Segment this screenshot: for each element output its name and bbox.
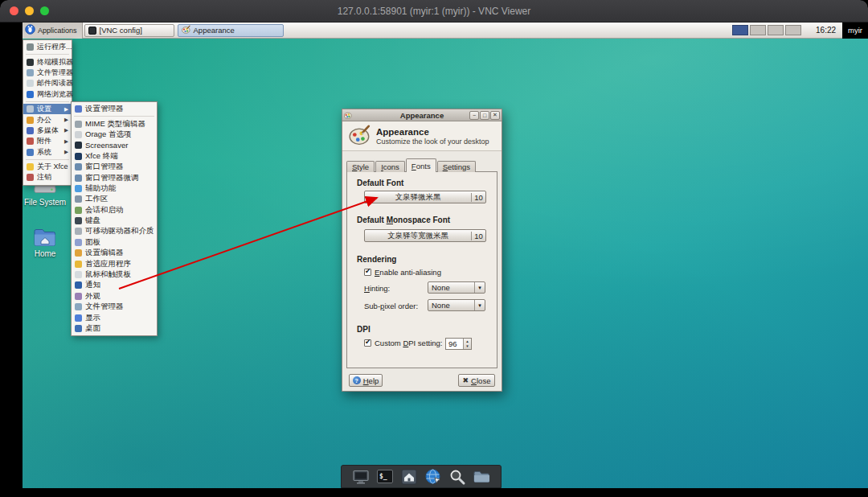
menu-separator [26,54,69,55]
menu-item-workspaces[interactable]: 工作区 [72,194,157,204]
taskbar-label: [VNC config] [100,26,142,35]
menu-item-terminal-emulator[interactable]: 终端模拟器 [23,56,72,67]
menu-item-keyboard[interactable]: 键盘 [72,216,157,226]
desktop-icon-home[interactable]: Home [23,227,68,258]
menu-item-screensaver[interactable]: Screensaver [72,140,157,150]
menu-item-panel[interactable]: 面板 [72,237,157,248]
menu-item-display[interactable]: 显示 [72,312,157,322]
dock-web-browser-icon[interactable] [424,467,443,486]
menu-item-desktop[interactable]: 桌面 [72,323,157,334]
antialias-checkbox[interactable]: ✔ [364,269,371,276]
mac-titlebar[interactable]: 127.0.0.1:58901 (myir:1 (myir)) - VNC Vi… [0,0,868,23]
menu-item-mouse-touchpad[interactable]: 鼠标和触摸板 [72,269,157,280]
applications-menu-button[interactable]: Applications [23,23,83,39]
submenu-arrow-icon: ▶ [64,117,68,123]
dock-home-folder-icon[interactable] [399,467,419,486]
menu-item-settings-editor[interactable]: 设置编辑器 [72,248,157,258]
menu-item-notifications[interactable]: 通知 [72,280,157,290]
check-icon: ✔ [365,338,371,346]
multimedia-icon [27,127,34,134]
chevron-down-icon: ▾ [474,282,485,293]
vnc-config-icon [88,27,96,35]
mime-editor-icon [75,121,82,128]
menu-item-file-manager[interactable]: 文件管理器 [23,68,72,78]
dpi-label: DPI [357,325,371,334]
menu-item-settings[interactable]: 设置▶ [23,104,72,114]
menu-item-multimedia[interactable]: 多媒体▶ [23,125,72,136]
dialog-titlebar[interactable]: Appearance − □ ✕ [342,109,502,121]
terminal-icon [27,59,34,66]
taskbar-item-vnc-config[interactable]: [VNC config] [84,24,174,37]
workspace-3[interactable] [768,25,784,35]
workspace-1[interactable] [732,25,748,35]
dock-display-settings-icon[interactable] [351,467,371,486]
hinting-value: None [428,283,474,292]
xfce-terminal-icon [75,153,82,160]
dpi-spinner[interactable]: 96 ▲ ▼ [445,338,472,350]
font-name: 文泉驿等宽微米黑 [365,231,471,241]
menu-item-web-browser[interactable]: 网络浏览器 [23,89,72,100]
panel-user-button[interactable]: myir [842,23,868,39]
close-label: Close [471,376,490,385]
menu-item-window-manager-tweaks[interactable]: 窗口管理器微调 [72,172,157,183]
menu-item-accessories[interactable]: 附件▶ [23,136,72,146]
menu-item-run-program[interactable]: 运行程序... [23,42,72,52]
menu-item-orage-preferences[interactable]: Orage 首选项 [72,129,157,140]
applications-menu: 运行程序... 终端模拟器 文件管理器 邮件阅读器 网络浏览器 设置▶ 办公▶ … [23,39,72,186]
accessories-icon [27,138,34,145]
menu-item-accessibility[interactable]: 辅助功能 [72,183,157,194]
menu-item-xfce-terminal[interactable]: Xfce 终端 [72,151,157,162]
custom-dpi-row: ✔ Custom DPI setting: [364,339,443,347]
default-font-button[interactable]: 文泉驿微米黑 10 [364,191,486,203]
menu-item-settings-manager[interactable]: 设置管理器 [72,104,157,114]
settings-manager-icon [75,105,82,113]
help-button[interactable]: ? Help [349,374,383,387]
taskbar-item-appearance[interactable]: Appearance [178,24,284,37]
monospace-font-label: Default Monospace Font [357,216,450,224]
custom-dpi-checkbox[interactable]: ✔ [364,339,371,347]
desktop-icon [75,325,82,332]
subpixel-dropdown[interactable]: None ▾ [428,299,485,311]
office-icon [27,117,34,124]
monospace-font-button[interactable]: 文泉驿等宽微米黑 10 [364,229,486,242]
menu-item-preferred-applications[interactable]: 首选应用程序 [72,258,157,269]
desktop-icon-label: Home [23,249,68,258]
minimize-icon[interactable]: − [469,111,479,120]
maximize-icon[interactable]: □ [480,111,489,120]
xfce-panel: Applications [VNC config] Appearance 16:… [23,23,868,39]
close-button[interactable]: ✖ Close [458,374,495,387]
menu-item-about-xfce[interactable]: 关于 Xfce [23,162,72,172]
menu-item-window-manager[interactable]: 窗口管理器 [72,162,157,172]
settings-submenu: 设置管理器 MIME 类型编辑器 Orage 首选项 Screensaver X… [71,101,158,336]
spin-down-icon[interactable]: ▼ [464,344,471,350]
menu-item-appearance[interactable]: 外观 [72,291,157,302]
menu-item-log-out[interactable]: 注销 [23,172,72,183]
dpi-value: 96 [446,339,463,349]
tab-style[interactable]: Style [346,161,375,172]
dock-terminal-icon[interactable]: $_ [375,467,395,486]
hinting-dropdown[interactable]: None ▾ [428,281,485,294]
dock-file-manager-icon[interactable] [472,467,491,486]
menu-item-system[interactable]: 系统▶ [23,147,72,158]
accessibility-icon [75,185,82,192]
screensaver-icon [75,142,82,149]
check-icon: ✔ [365,267,371,275]
dock-search-icon[interactable] [448,467,467,486]
workspace-2[interactable] [750,25,766,35]
menu-item-file-manager-settings[interactable]: 文件管理器 [72,302,157,312]
menu-item-session-and-startup[interactable]: 会话和启动 [72,205,157,216]
close-icon[interactable]: ✕ [490,111,500,120]
tab-icons[interactable]: Icons [375,161,405,172]
custom-dpi-label[interactable]: Custom DPI setting: [375,339,443,347]
antialias-label[interactable]: Enable anti-aliasing [375,268,441,277]
menu-item-office[interactable]: 办公▶ [23,114,72,125]
font-size: 10 [471,193,485,202]
menu-item-removable-drives[interactable]: 可移动驱动器和介质 [72,226,157,236]
tab-fonts[interactable]: Fonts [406,158,436,172]
run-program-icon [27,43,34,51]
font-name: 文泉驿微米黑 [365,192,471,203]
menu-item-mime-type-editor[interactable]: MIME 类型编辑器 [72,118,157,129]
menu-item-mail-reader[interactable]: 邮件阅读器 [23,78,72,88]
tab-settings[interactable]: Settings [437,161,476,172]
workspace-4[interactable] [785,25,801,35]
